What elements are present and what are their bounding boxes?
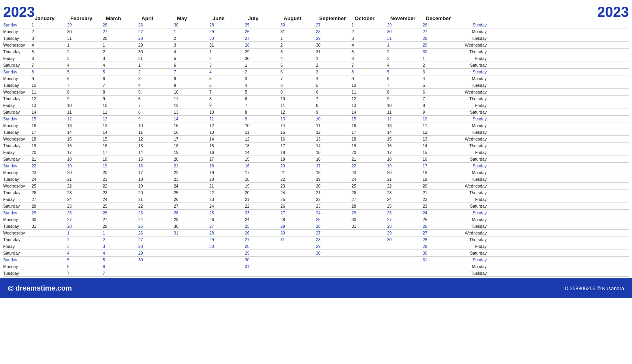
weekday-right: Wednesday [458, 184, 487, 188]
date-cell: 5 [138, 90, 174, 94]
date-cell: 16 [423, 157, 458, 161]
date-cell: 24 [352, 177, 387, 182]
date-cell: 6 [387, 76, 423, 81]
date-cell: 22 [352, 163, 387, 168]
month-header-october: October [355, 15, 390, 21]
weekday-right: Sunday [458, 116, 487, 121]
date-cell: 5 [387, 69, 423, 74]
date-cell: 6 [316, 90, 352, 94]
date-cell: 1 [67, 231, 103, 235]
date-cell: 13 [387, 123, 423, 128]
date-cell: 15 [245, 157, 280, 161]
date-cell: 15 [103, 137, 138, 141]
date-cell: 14 [352, 110, 387, 114]
date-cell: 28 [352, 204, 387, 208]
weekday-right: Wednesday [458, 231, 487, 235]
date-cell: 18 [316, 170, 352, 175]
weekday-right: Sunday [458, 163, 487, 168]
date-cell: 25 [352, 184, 387, 188]
date-cell: 1 [245, 63, 280, 68]
weekday-right: Saturday [458, 157, 487, 161]
date-cell: 10 [67, 103, 103, 108]
date-cell: 26 [67, 210, 103, 215]
date-cell: 1 [316, 56, 352, 61]
date-cell: 11 [174, 96, 209, 101]
date-cell: 17 [245, 170, 280, 175]
date-cell: 2 [245, 69, 280, 74]
cal-row: Friday272424212623212522272422Friday [3, 196, 629, 203]
date-cell: 25 [67, 204, 103, 208]
weekday-left: Monday [3, 123, 32, 128]
calendar-container: 2023 JanuaryFebruaryMarchAprilMayJuneJul… [0, 0, 632, 277]
date-cell: 19 [423, 177, 458, 182]
weekday-right: Tuesday [458, 177, 487, 182]
weekday-right: Saturday [458, 110, 487, 114]
date-cell: 20 [316, 184, 352, 188]
date-cell: 7 [423, 96, 458, 101]
cal-row: Wednesday252222192421192320252220Wednesd… [3, 183, 629, 190]
date-cell: 3 [423, 69, 458, 74]
date-cell: 21 [352, 157, 387, 161]
date-cell: 1 [423, 56, 458, 61]
cal-row: Thursday191616131815131714191614Thursday [3, 143, 629, 149]
date-cell: 10 [423, 116, 458, 121]
date-cell: 17 [423, 163, 458, 168]
cal-row: Friday63331523041631Friday [3, 55, 629, 62]
weekday-right: Monday [458, 217, 487, 222]
date-cell: 3 [138, 76, 174, 81]
date-cell: 7 [138, 103, 174, 108]
date-cell: 6 [67, 264, 103, 269]
date-cell: 29 [423, 244, 458, 249]
date-cell: 3 [352, 36, 387, 41]
weekday-left: Sunday [3, 257, 32, 262]
date-cell: 4 [387, 63, 423, 68]
date-cell: 18 [352, 137, 387, 141]
date-cell: 20 [67, 170, 103, 175]
date-cell: 25 [174, 190, 209, 195]
date-cell: 18 [387, 157, 423, 161]
date-cell: 26 [352, 190, 387, 195]
date-cell: 25 [245, 224, 280, 229]
date-cell: 14 [209, 137, 245, 141]
date-cell: 24 [103, 197, 138, 202]
weekday-left: Thursday [3, 190, 32, 195]
date-cell: 11 [103, 110, 138, 114]
date-cell: 22 [280, 177, 316, 182]
weekday-left: Monday [3, 76, 32, 81]
date-cell: 25 [138, 224, 174, 229]
weekday-left: Sunday [3, 163, 32, 168]
date-cell: 2 [67, 237, 103, 242]
date-cell: 31 [316, 49, 352, 54]
date-cell: 31 [352, 224, 387, 229]
date-cell: 31 [245, 264, 280, 269]
date-cell: 7 [103, 271, 138, 276]
date-cell: 22 [387, 184, 423, 188]
date-cell: 13 [209, 130, 245, 135]
date-cell: 31 [174, 231, 209, 235]
date-cell: 18 [174, 143, 209, 148]
date-cell: 23 [32, 170, 67, 175]
date-cell: 13 [32, 103, 67, 108]
date-cell: 24 [32, 177, 67, 182]
weekday-left: Tuesday [3, 271, 32, 276]
date-cell: 15 [316, 150, 352, 155]
date-cell: 16 [67, 143, 103, 148]
date-cell: 9 [174, 83, 209, 88]
cal-row: Friday332830282929Friday [3, 243, 629, 250]
cal-row: Monday302727242926242825302725Monday [3, 216, 629, 223]
weekday-right: Tuesday [458, 224, 487, 229]
date-cell: 23 [103, 190, 138, 195]
date-cell: 9 [32, 76, 67, 81]
date-cell: 10 [316, 116, 352, 121]
date-cell: 4 [423, 76, 458, 81]
month-header-may: May [177, 15, 213, 21]
date-cell: 1 [280, 36, 316, 41]
date-cell: 2 [423, 63, 458, 68]
date-cell: 4 [316, 76, 352, 81]
date-cell: 3 [103, 244, 138, 249]
date-cell: 14 [423, 143, 458, 148]
date-cell: 14 [280, 123, 316, 128]
date-cell: 15 [138, 157, 174, 161]
date-cell: 24 [387, 197, 423, 202]
weekday-right: Friday [458, 244, 487, 249]
